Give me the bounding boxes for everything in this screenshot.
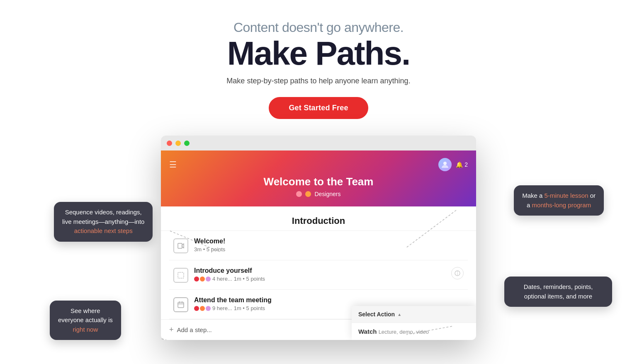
tooltip-duration: Make a 5-minute lesson ora months-long p… — [514, 185, 604, 216]
hero-section: Content doesn't go anywhere. Make Paths.… — [0, 0, 637, 127]
close-dot[interactable] — [167, 141, 172, 146]
header-right: 🔔 2 — [438, 158, 468, 171]
avatar-dot — [206, 306, 211, 311]
step-name: Introduce yourself — [194, 267, 445, 274]
window-section: ☰ 🔔 2 — [0, 136, 637, 340]
svg-point-4 — [457, 272, 458, 272]
step-info: Introduce yourself 4 here... 1m • 5 poin… — [194, 267, 445, 282]
step-item: Welcome! 3m • 5 points — [169, 231, 468, 260]
avatar-dot — [194, 277, 199, 281]
path-tag-label: Designers — [314, 191, 340, 197]
path-title: Welcome to the Team — [264, 175, 374, 188]
hero-description: Make step-by-step paths to help anyone l… — [0, 77, 637, 85]
notification-badge[interactable]: 🔔 2 — [456, 161, 468, 168]
window-chrome — [161, 136, 476, 150]
app-header: ☰ 🔔 2 — [161, 150, 476, 206]
page-container: Content doesn't go anywhere. Make Paths.… — [0, 0, 637, 364]
step-name: Welcome! — [194, 238, 464, 245]
calendar-icon — [173, 297, 188, 312]
tooltip-highlight: right now — [73, 326, 98, 333]
tag-dot-orange — [305, 191, 311, 197]
minimize-dot[interactable] — [175, 141, 181, 146]
avatar-count: 9 here... — [212, 305, 232, 311]
tooltip-text: See whereeveryone actually is — [58, 307, 113, 324]
step-meta: 4 here... 1m • 5 points — [194, 276, 445, 282]
hamburger-icon[interactable]: ☰ — [169, 160, 177, 170]
tooltip-highlight-2: months-long program — [532, 201, 591, 209]
svg-rect-1 — [178, 243, 182, 248]
tooltip-highlight: actionable next steps — [74, 227, 133, 234]
dropdown-panel: Select Action ▲ Watch Lecture, demo, vid… — [352, 306, 476, 340]
tooltip-text: Dates, reminders, points, optional items… — [524, 283, 593, 300]
tooltip-see-where: See whereeveryone actually is right now — [50, 301, 121, 340]
step-duration: 1m • 5 points — [234, 305, 265, 311]
tooltip-text-2: ora — [527, 192, 596, 209]
avatar-dot — [194, 306, 199, 311]
hero-subtitle: Content doesn't go anywhere. — [0, 20, 637, 35]
avatar-dot — [206, 277, 211, 281]
chevron-up-icon: ▲ — [397, 312, 401, 317]
step-action-button[interactable] — [451, 267, 464, 279]
step-avatars — [194, 277, 211, 281]
get-started-button[interactable]: Get Started Free — [269, 97, 368, 119]
avatar — [438, 158, 452, 171]
add-step-label[interactable]: Add a step... — [177, 326, 212, 333]
maximize-dot[interactable] — [184, 141, 190, 146]
tooltip-sequence: Sequence videos, readings,live meetings—… — [54, 202, 153, 242]
dropdown-item-sub: Lecture, demo, video — [379, 329, 429, 335]
svg-point-6 — [457, 274, 458, 275]
video-icon — [173, 238, 188, 253]
dropdown-header: Select Action ▲ — [352, 306, 476, 323]
tag-dot-pink — [296, 191, 302, 197]
task-icon — [173, 268, 188, 283]
avatar-count: 4 here... — [212, 276, 232, 282]
dropdown-item-watch[interactable]: Watch Lecture, demo, video — [352, 323, 476, 340]
section-title: Introduction — [173, 216, 464, 226]
add-step-area: + Add a step... Select Action ▲ Watch — [161, 319, 476, 340]
step-name: Attend the team meeting — [194, 296, 464, 304]
tooltip-text: Make a — [522, 192, 544, 199]
svg-rect-7 — [178, 302, 184, 308]
app-window: ☰ 🔔 2 — [161, 136, 476, 340]
tooltip-dates: Dates, reminders, points, optional items… — [504, 277, 612, 307]
content-header: Introduction — [161, 206, 476, 231]
tooltip-highlight-1: 5-minute lesson — [545, 192, 588, 199]
app-window-wrapper: ☰ 🔔 2 — [161, 136, 476, 340]
app-header-topbar: ☰ 🔔 2 — [169, 158, 468, 171]
dropdown-item-label: Watch — [358, 328, 377, 335]
svg-rect-2 — [178, 272, 184, 278]
tooltip-text: Sequence videos, readings,live meetings—… — [62, 209, 144, 225]
step-info: Welcome! 3m • 5 points — [194, 238, 464, 252]
hero-title: Make Paths. — [0, 37, 637, 70]
avatar-dot — [200, 306, 205, 311]
svg-point-0 — [443, 162, 447, 165]
avatar-dot — [200, 277, 205, 281]
step-meta: 3m • 5 points — [194, 246, 464, 252]
add-icon: + — [169, 325, 174, 334]
step-avatars — [194, 306, 211, 311]
step-duration: 1m • 5 points — [234, 276, 265, 282]
path-tags: Designers — [296, 191, 340, 197]
svg-point-5 — [457, 273, 458, 274]
dropdown-header-text: Select Action — [358, 311, 395, 318]
step-item: Introduce yourself 4 here... 1m • 5 poin… — [169, 260, 468, 290]
app-content: Introduction Welcom — [161, 206, 476, 340]
